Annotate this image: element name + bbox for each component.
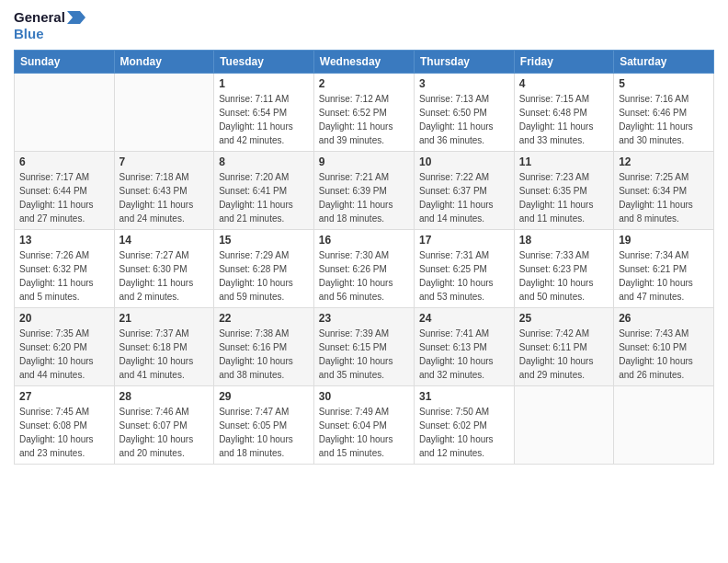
- calendar-week-row: 27Sunrise: 7:45 AM Sunset: 6:08 PM Dayli…: [15, 386, 714, 465]
- day-number: 20: [19, 312, 109, 325]
- day-number: 28: [119, 390, 210, 403]
- calendar-day-cell: 14Sunrise: 7:27 AM Sunset: 6:30 PM Dayli…: [114, 230, 214, 308]
- day-info: Sunrise: 7:12 AM Sunset: 6:52 PM Dayligh…: [319, 92, 409, 147]
- calendar-day-cell: 2Sunrise: 7:12 AM Sunset: 6:52 PM Daylig…: [313, 74, 414, 152]
- calendar-day-cell: 5Sunrise: 7:16 AM Sunset: 6:46 PM Daylig…: [614, 74, 714, 152]
- calendar-day-cell: 24Sunrise: 7:41 AM Sunset: 6:13 PM Dayli…: [414, 308, 514, 386]
- day-number: 3: [419, 77, 509, 90]
- day-number: 29: [219, 390, 309, 403]
- logo: General Blue: [14, 9, 85, 42]
- calendar-day-cell: 1Sunrise: 7:11 AM Sunset: 6:54 PM Daylig…: [214, 74, 314, 152]
- day-number: 26: [619, 312, 709, 325]
- calendar-day-cell: 18Sunrise: 7:33 AM Sunset: 6:23 PM Dayli…: [514, 230, 613, 308]
- day-info: Sunrise: 7:20 AM Sunset: 6:41 PM Dayligh…: [219, 170, 309, 225]
- day-number: 12: [619, 155, 709, 168]
- calendar-day-cell: 22Sunrise: 7:38 AM Sunset: 6:16 PM Dayli…: [214, 308, 314, 386]
- logo-text-block: General Blue: [14, 9, 85, 42]
- day-of-week-header: Saturday: [614, 51, 714, 74]
- calendar-day-cell: 13Sunrise: 7:26 AM Sunset: 6:32 PM Dayli…: [15, 230, 115, 308]
- day-info: Sunrise: 7:22 AM Sunset: 6:37 PM Dayligh…: [419, 170, 509, 225]
- calendar-header-row: SundayMondayTuesdayWednesdayThursdayFrid…: [15, 51, 714, 74]
- day-number: 31: [419, 390, 509, 403]
- calendar-day-cell: 30Sunrise: 7:49 AM Sunset: 6:04 PM Dayli…: [313, 386, 414, 465]
- day-info: Sunrise: 7:47 AM Sunset: 6:05 PM Dayligh…: [219, 405, 309, 460]
- day-number: 24: [419, 312, 509, 325]
- day-number: 7: [119, 155, 210, 168]
- calendar-day-cell: 25Sunrise: 7:42 AM Sunset: 6:11 PM Dayli…: [514, 308, 613, 386]
- day-info: Sunrise: 7:38 AM Sunset: 6:16 PM Dayligh…: [219, 327, 309, 382]
- day-number: 27: [19, 390, 109, 403]
- day-number: 19: [619, 234, 709, 247]
- day-number: 23: [319, 312, 409, 325]
- logo-general: General: [14, 9, 85, 26]
- day-number: 5: [619, 77, 709, 90]
- day-info: Sunrise: 7:45 AM Sunset: 6:08 PM Dayligh…: [19, 405, 109, 460]
- calendar-day-cell: 19Sunrise: 7:34 AM Sunset: 6:21 PM Dayli…: [614, 230, 714, 308]
- day-info: Sunrise: 7:41 AM Sunset: 6:13 PM Dayligh…: [419, 327, 509, 382]
- day-number: 22: [219, 312, 309, 325]
- calendar-day-cell: 28Sunrise: 7:46 AM Sunset: 6:07 PM Dayli…: [114, 386, 214, 465]
- day-of-week-header: Thursday: [414, 51, 514, 74]
- calendar-day-cell: 16Sunrise: 7:30 AM Sunset: 6:26 PM Dayli…: [313, 230, 414, 308]
- day-number: 9: [319, 155, 409, 168]
- calendar-day-cell: 3Sunrise: 7:13 AM Sunset: 6:50 PM Daylig…: [414, 74, 514, 152]
- calendar-day-cell: 15Sunrise: 7:29 AM Sunset: 6:28 PM Dayli…: [214, 230, 314, 308]
- calendar-day-cell: 23Sunrise: 7:39 AM Sunset: 6:15 PM Dayli…: [313, 308, 414, 386]
- calendar-week-row: 13Sunrise: 7:26 AM Sunset: 6:32 PM Dayli…: [15, 230, 714, 308]
- day-info: Sunrise: 7:46 AM Sunset: 6:07 PM Dayligh…: [119, 405, 210, 460]
- day-info: Sunrise: 7:23 AM Sunset: 6:35 PM Dayligh…: [519, 170, 609, 225]
- day-info: Sunrise: 7:42 AM Sunset: 6:11 PM Dayligh…: [519, 327, 609, 382]
- day-info: Sunrise: 7:18 AM Sunset: 6:43 PM Dayligh…: [119, 170, 210, 225]
- day-number: 4: [519, 77, 609, 90]
- day-info: Sunrise: 7:39 AM Sunset: 6:15 PM Dayligh…: [319, 327, 409, 382]
- calendar-day-cell: 6Sunrise: 7:17 AM Sunset: 6:44 PM Daylig…: [15, 152, 115, 230]
- day-number: 16: [319, 234, 409, 247]
- day-info: Sunrise: 7:27 AM Sunset: 6:30 PM Dayligh…: [119, 248, 210, 304]
- day-of-week-header: Tuesday: [214, 51, 314, 74]
- day-info: Sunrise: 7:35 AM Sunset: 6:20 PM Dayligh…: [19, 327, 109, 382]
- calendar-day-cell: 20Sunrise: 7:35 AM Sunset: 6:20 PM Dayli…: [15, 308, 115, 386]
- day-number: 25: [519, 312, 609, 325]
- day-info: Sunrise: 7:49 AM Sunset: 6:04 PM Dayligh…: [319, 405, 409, 460]
- day-info: Sunrise: 7:13 AM Sunset: 6:50 PM Dayligh…: [419, 92, 509, 147]
- day-info: Sunrise: 7:29 AM Sunset: 6:28 PM Dayligh…: [219, 248, 309, 304]
- day-number: 18: [519, 234, 609, 247]
- calendar-day-cell: 27Sunrise: 7:45 AM Sunset: 6:08 PM Dayli…: [15, 386, 115, 465]
- calendar-day-cell: 17Sunrise: 7:31 AM Sunset: 6:25 PM Dayli…: [414, 230, 514, 308]
- day-of-week-header: Wednesday: [313, 51, 414, 74]
- calendar-day-cell: [614, 386, 714, 465]
- day-info: Sunrise: 7:30 AM Sunset: 6:26 PM Dayligh…: [319, 248, 409, 304]
- calendar-day-cell: 7Sunrise: 7:18 AM Sunset: 6:43 PM Daylig…: [114, 152, 214, 230]
- day-info: Sunrise: 7:33 AM Sunset: 6:23 PM Dayligh…: [519, 248, 609, 304]
- page-header: General Blue: [14, 9, 714, 42]
- day-info: Sunrise: 7:16 AM Sunset: 6:46 PM Dayligh…: [619, 92, 709, 147]
- calendar-day-cell: [514, 386, 613, 465]
- day-of-week-header: Monday: [114, 51, 214, 74]
- day-info: Sunrise: 7:25 AM Sunset: 6:34 PM Dayligh…: [619, 170, 709, 225]
- day-number: 15: [219, 234, 309, 247]
- calendar-day-cell: 21Sunrise: 7:37 AM Sunset: 6:18 PM Dayli…: [114, 308, 214, 386]
- day-info: Sunrise: 7:50 AM Sunset: 6:02 PM Dayligh…: [419, 405, 509, 460]
- calendar-week-row: 20Sunrise: 7:35 AM Sunset: 6:20 PM Dayli…: [15, 308, 714, 386]
- calendar-day-cell: 10Sunrise: 7:22 AM Sunset: 6:37 PM Dayli…: [414, 152, 514, 230]
- calendar-day-cell: 4Sunrise: 7:15 AM Sunset: 6:48 PM Daylig…: [514, 74, 613, 152]
- calendar-day-cell: 31Sunrise: 7:50 AM Sunset: 6:02 PM Dayli…: [414, 386, 514, 465]
- day-info: Sunrise: 7:11 AM Sunset: 6:54 PM Dayligh…: [219, 92, 309, 147]
- calendar-table: SundayMondayTuesdayWednesdayThursdayFrid…: [14, 50, 714, 465]
- calendar-day-cell: 26Sunrise: 7:43 AM Sunset: 6:10 PM Dayli…: [614, 308, 714, 386]
- calendar-week-row: 1Sunrise: 7:11 AM Sunset: 6:54 PM Daylig…: [15, 74, 714, 152]
- day-info: Sunrise: 7:17 AM Sunset: 6:44 PM Dayligh…: [19, 170, 109, 225]
- day-number: 6: [19, 155, 109, 168]
- day-number: 14: [119, 234, 210, 247]
- day-info: Sunrise: 7:43 AM Sunset: 6:10 PM Dayligh…: [619, 327, 709, 382]
- day-info: Sunrise: 7:37 AM Sunset: 6:18 PM Dayligh…: [119, 327, 210, 382]
- calendar-week-row: 6Sunrise: 7:17 AM Sunset: 6:44 PM Daylig…: [15, 152, 714, 230]
- day-info: Sunrise: 7:31 AM Sunset: 6:25 PM Dayligh…: [419, 248, 509, 304]
- calendar-day-cell: 8Sunrise: 7:20 AM Sunset: 6:41 PM Daylig…: [214, 152, 314, 230]
- day-number: 11: [519, 155, 609, 168]
- calendar-day-cell: 11Sunrise: 7:23 AM Sunset: 6:35 PM Dayli…: [514, 152, 613, 230]
- day-number: 30: [319, 390, 409, 403]
- calendar-day-cell: 9Sunrise: 7:21 AM Sunset: 6:39 PM Daylig…: [313, 152, 414, 230]
- day-info: Sunrise: 7:15 AM Sunset: 6:48 PM Dayligh…: [519, 92, 609, 147]
- day-number: 2: [319, 77, 409, 90]
